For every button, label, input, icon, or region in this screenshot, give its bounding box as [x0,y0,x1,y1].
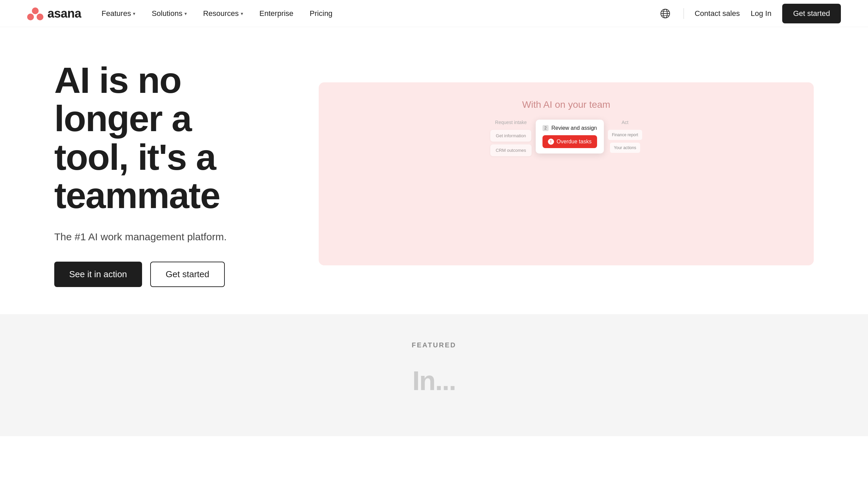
svg-point-0 [32,7,39,14]
hero-content: AI is no longer a tool, it's a teammate … [54,61,292,287]
workflow-col-3: Act Finance report Your actions [608,120,642,153]
nav-item-solutions[interactable]: Solutions ▾ [152,9,187,18]
logo-text: asana [47,6,81,21]
get-started-nav-button[interactable]: Get started [782,4,841,23]
col3-label: Act [622,120,628,125]
language-button[interactable] [658,6,673,21]
nav-link-solutions[interactable]: Solutions ▾ [152,9,187,18]
nav-links: Features ▾ Solutions ▾ Resources ▾ Enter… [102,9,333,18]
col3-card-1: Finance report [608,130,642,140]
hero-visual: With AI on your team Request intake Get … [319,82,814,265]
nav-link-resources[interactable]: Resources ▾ [203,9,243,18]
hero-heading: AI is no longer a tool, it's a teammate [54,61,292,215]
featured-big-text: In... [412,365,456,396]
contact-sales-button[interactable]: Contact sales [695,9,740,18]
card-num: 2 [542,125,549,131]
col1-card-1: Get information [490,130,531,142]
svg-point-2 [37,14,43,20]
nav-item-features[interactable]: Features ▾ [102,9,136,18]
hero-section: AI is no longer a tool, it's a teammate … [0,27,868,314]
get-started-hero-button[interactable]: Get started [150,262,225,287]
nav-item-pricing[interactable]: Pricing [310,9,332,18]
overdue-icon: ! [548,139,554,145]
hero-subheading: The #1 AI work management platform. [54,231,292,243]
col1-label: Request intake [495,120,527,125]
active-card-title: 2 Review and assign [542,125,597,131]
navbar: asana Features ▾ Solutions ▾ Resources ▾ [0,0,868,27]
workflow-col-2: 2 Review and assign ! Overdue tasks [536,120,604,154]
overdue-badge: ! Overdue tasks [542,135,597,148]
nav-item-resources[interactable]: Resources ▾ [203,9,243,18]
nav-link-features[interactable]: Features ▾ [102,9,136,18]
nav-divider [684,8,684,19]
nav-left: asana Features ▾ Solutions ▾ Resources ▾ [27,6,333,21]
hero-buttons: See it in action Get started [54,262,292,287]
col3-card-2: Your actions [610,143,640,153]
featured-label: FEATURED [54,341,814,349]
featured-section: FEATURED In... [0,314,868,436]
featured-content: In... [54,365,814,396]
see-it-in-action-button[interactable]: See it in action [54,262,142,287]
workflow-container: Request intake Get information CRM outco… [490,120,642,156]
nav-link-pricing[interactable]: Pricing [310,9,332,18]
nav-right: Contact sales Log In Get started [658,4,841,23]
nav-item-enterprise[interactable]: Enterprise [259,9,293,18]
chevron-down-icon: ▾ [133,11,135,16]
login-button[interactable]: Log In [751,9,771,18]
logo[interactable]: asana [27,6,81,21]
active-card: 2 Review and assign ! Overdue tasks [536,120,604,154]
chevron-down-icon: ▾ [241,11,243,16]
nav-link-enterprise[interactable]: Enterprise [259,9,293,18]
hero-visual-inner: With AI on your team Request intake Get … [319,82,814,265]
logo-icon [27,7,43,20]
workflow-col-1: Request intake Get information CRM outco… [490,120,532,156]
globe-icon [659,8,671,19]
col1-card-2: CRM outcomes [490,144,532,156]
ai-label: With AI on your team [522,99,610,110]
svg-point-1 [27,14,34,20]
chevron-down-icon: ▾ [184,11,187,16]
